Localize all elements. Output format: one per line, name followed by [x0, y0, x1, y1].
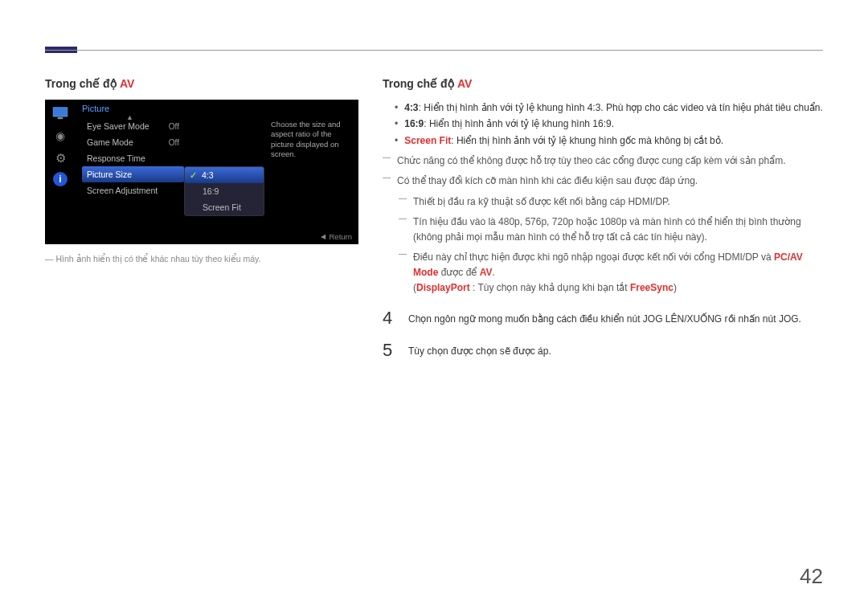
osd-menu-item-selected: Picture Size	[82, 166, 184, 182]
svg-rect-1	[58, 117, 63, 119]
left-column: Trong chế độ AV ◉ ⚙ i Picture ▲ Eye Save…	[45, 77, 358, 361]
arrow-up-icon: ▲	[126, 113, 133, 121]
right-column: Trong chế độ AV 4:3: Hiển thị hình ảnh v…	[383, 77, 823, 361]
header-divider	[45, 50, 823, 51]
check-icon: ✓	[190, 170, 197, 180]
bullet-screenfit: Screen Fit: Hiển thị hình ảnh với tỷ lệ …	[395, 133, 823, 149]
osd-menu-item: Response Time	[82, 150, 184, 166]
heading-prefix: Trong chế độ	[45, 77, 120, 90]
osd-options-col: ✓ 4:3 16:9 Screen Fit	[184, 115, 264, 244]
osd-options-box: ✓ 4:3 16:9 Screen Fit	[184, 166, 264, 216]
dash-sub-3: Điều này chỉ thực hiện được khi ngõ nhập…	[399, 250, 823, 296]
gear-icon: ⚙	[50, 149, 71, 167]
dash-note-1: Chức năng có thể không được hỗ trợ tùy t…	[383, 153, 823, 169]
step-text: Chọn ngôn ngữ mong muốn bằng cách điều k…	[408, 308, 801, 327]
heading-prefix: Trong chế độ	[383, 77, 457, 90]
heading-av: AV	[457, 77, 472, 90]
image-vary-note: ― Hình ảnh hiển thị có thể khác nhau tùy…	[45, 254, 358, 264]
osd-option: 16:9	[185, 183, 264, 199]
dash-sub-2: Tín hiệu đầu vào là 480p, 576p, 720p hoặ…	[399, 215, 823, 245]
osd-sidebar-icons: ◉ ⚙ i	[45, 100, 76, 244]
left-heading: Trong chế độ AV	[45, 77, 358, 90]
osd-menu-item: Screen Adjustment	[82, 182, 184, 198]
dash-sub-1: Thiết bị đầu ra kỹ thuật số được kết nối…	[399, 194, 823, 210]
step-text: Tùy chọn được chọn sẽ được áp.	[408, 340, 551, 359]
osd-columns: ▲ Eye Saver Mode Off Game Mode Off Respo…	[76, 115, 358, 244]
bullet-169: 16:9: Hiển thị hình ảnh với tỷ lệ khung …	[395, 116, 823, 132]
info-icon: i	[53, 172, 68, 186]
bullet-43: 4:3: Hiển thị hình ảnh với tỷ lệ khung h…	[395, 100, 823, 116]
step-number: 5	[383, 340, 397, 361]
return-label: Return	[329, 232, 352, 241]
osd-help-text: Choose the size and aspect ratio of the …	[264, 115, 358, 244]
osd-menu-col: ▲ Eye Saver Mode Off Game Mode Off Respo…	[76, 115, 184, 244]
dash-note-2: Có thể thay đổi kích cỡ màn hình khi các…	[383, 174, 823, 189]
page-number: 42	[800, 564, 823, 589]
osd-screenshot: ◉ ⚙ i Picture ▲ Eye Saver Mode Off Game …	[45, 100, 358, 244]
osd-option-selected: ✓ 4:3	[185, 167, 264, 183]
heading-av: AV	[120, 77, 134, 90]
monitor-icon	[50, 104, 71, 122]
step-number: 4	[383, 308, 397, 329]
svg-rect-0	[53, 108, 68, 116]
arrow-left-icon: ◀	[321, 233, 326, 240]
page-content: Trong chế độ AV ◉ ⚙ i Picture ▲ Eye Save…	[45, 77, 823, 361]
osd-title: Picture	[76, 100, 358, 115]
step-4: 4 Chọn ngôn ngữ mong muốn bằng cách điều…	[383, 308, 823, 329]
osd-menu-item: Game Mode Off	[82, 134, 184, 150]
bullet-list: 4:3: Hiển thị hình ảnh với tỷ lệ khung h…	[395, 100, 823, 149]
osd-main: Picture ▲ Eye Saver Mode Off Game Mode O…	[76, 100, 358, 244]
osd-option: Screen Fit	[185, 199, 264, 215]
step-5: 5 Tùy chọn được chọn sẽ được áp.	[383, 340, 823, 361]
right-heading: Trong chế độ AV	[383, 77, 823, 90]
eye-icon: ◉	[50, 127, 71, 145]
osd-footer: ◀ Return	[321, 232, 352, 241]
